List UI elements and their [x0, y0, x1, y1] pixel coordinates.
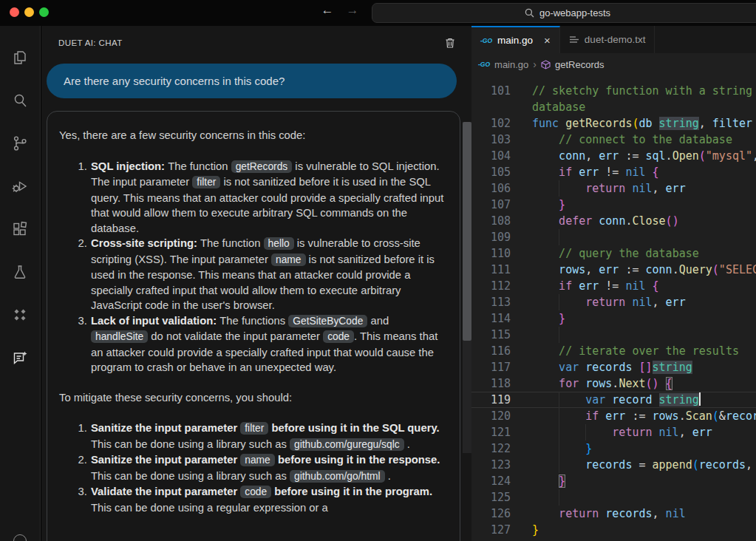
- code-token: // sketchy function with a string: [532, 84, 752, 98]
- code-line[interactable]: 109: [471, 229, 756, 245]
- line-number[interactable]: 109: [471, 229, 511, 245]
- code-token: nil: [625, 166, 645, 179]
- forward-button[interactable]: →: [343, 3, 362, 18]
- line-number[interactable]: [471, 99, 511, 115]
- code-area[interactable]: 101// sketchy function with a stringdata…: [471, 79, 756, 541]
- maximize-window-button[interactable]: [39, 7, 49, 17]
- code-line[interactable]: 116// iterate over the results: [471, 343, 756, 359]
- line-number[interactable]: 115: [471, 327, 511, 343]
- testing-beaker-icon[interactable]: [2, 251, 38, 293]
- indent-guide: [585, 424, 612, 440]
- minimize-window-button[interactable]: [24, 7, 34, 17]
- code-line[interactable]: 118for rows.Next() {: [471, 375, 756, 392]
- code-token: err: [605, 409, 625, 423]
- code-line[interactable]: 102func getRecords(db string, filter: [471, 115, 756, 132]
- code-line[interactable]: 127}: [471, 522, 756, 538]
- code-line[interactable]: database: [471, 99, 756, 115]
- indent-guide: [532, 262, 559, 278]
- run-debug-icon[interactable]: [2, 165, 38, 208]
- code-token: ,: [679, 426, 692, 439]
- breadcrumb-symbol[interactable]: getRecords: [555, 59, 604, 70]
- code-line[interactable]: 101// sketchy function with a string: [471, 83, 756, 99]
- trash-icon[interactable]: [443, 36, 457, 50]
- code-line[interactable]: 107}: [471, 197, 756, 213]
- code-token: Close: [632, 214, 665, 228]
- code-token: // query the database: [559, 247, 699, 260]
- code-token: string: [653, 361, 692, 374]
- code-line[interactable]: 105if err != nil {: [471, 164, 756, 180]
- code-token: records: [585, 458, 632, 472]
- code-line-text: // query the database: [532, 245, 699, 262]
- line-number[interactable]: 122: [471, 440, 511, 457]
- code-line[interactable]: 114}: [471, 310, 756, 327]
- code-token: }: [559, 198, 565, 211]
- line-number[interactable]: 119: [471, 392, 511, 408]
- code-line[interactable]: 117var records []string: [471, 359, 756, 375]
- code-line[interactable]: 106return nil, err: [471, 180, 756, 197]
- search-icon[interactable]: [2, 79, 38, 122]
- indent-guide: [559, 229, 585, 245]
- code-line[interactable]: 111rows, err := conn.Query("SELECT: [471, 262, 756, 278]
- extensions-icon[interactable]: [2, 208, 38, 251]
- line-number[interactable]: 112: [471, 278, 511, 294]
- line-number[interactable]: 113: [471, 294, 511, 310]
- code-line[interactable]: 112if err != nil {: [471, 278, 756, 294]
- code-token: "SELECT: [719, 263, 756, 276]
- line-number[interactable]: 123: [471, 457, 511, 473]
- back-button[interactable]: ←: [318, 3, 337, 18]
- code-line[interactable]: 121return nil, err: [471, 424, 756, 440]
- code-token: }: [532, 523, 539, 537]
- code-line-text: for rows.Next() {: [532, 375, 672, 392]
- code-line-text: }: [532, 473, 565, 489]
- files-icon[interactable]: [2, 36, 38, 79]
- code-line[interactable]: 122}: [471, 440, 756, 457]
- duet-chat-sparkle-icon[interactable]: [2, 336, 38, 379]
- close-tab-icon[interactable]: ×: [544, 35, 551, 46]
- line-number[interactable]: 102: [471, 115, 511, 132]
- line-number[interactable]: 118: [471, 375, 511, 392]
- close-window-button[interactable]: [10, 7, 19, 17]
- code-line[interactable]: 113return nil, err: [471, 294, 756, 310]
- line-number[interactable]: 121: [471, 424, 511, 440]
- code-line[interactable]: 124}: [471, 473, 756, 489]
- line-number[interactable]: 111: [471, 262, 511, 278]
- code-line[interactable]: 108defer conn.Close(): [471, 213, 756, 229]
- line-number[interactable]: 116: [471, 343, 511, 359]
- code-token: for: [559, 377, 585, 390]
- code-line[interactable]: 126return records, nil: [471, 506, 756, 522]
- command-center-search[interactable]: go-webapp-tests: [372, 3, 756, 23]
- tab-main-go[interactable]: -GO main.go ×: [471, 26, 560, 53]
- cloud-code-diamonds-icon[interactable]: [2, 293, 38, 336]
- chat-scrollbar-track[interactable]: [463, 122, 471, 453]
- code-line[interactable]: 103// connect to the database: [471, 132, 756, 148]
- line-number[interactable]: 117: [471, 359, 511, 375]
- code-line[interactable]: 104conn, err := sql.Open("mysql",: [471, 148, 756, 164]
- line-number[interactable]: 103: [471, 132, 511, 148]
- line-number[interactable]: 127: [471, 522, 511, 538]
- chat-scrollbar-thumb[interactable]: [463, 122, 471, 341]
- line-number[interactable]: 107: [471, 197, 511, 213]
- line-number[interactable]: 114: [471, 310, 511, 327]
- line-number[interactable]: 108: [471, 213, 511, 229]
- line-number[interactable]: 124: [471, 473, 511, 489]
- tab-duet-demo-txt[interactable]: duet-demo.txt: [560, 26, 655, 53]
- line-number[interactable]: 110: [471, 245, 511, 262]
- source-control-icon[interactable]: [2, 122, 38, 165]
- line-number[interactable]: 106: [471, 180, 511, 197]
- code-line[interactable]: 120if err := rows.Scan(&record: [471, 408, 756, 424]
- line-number[interactable]: 120: [471, 408, 511, 424]
- indent-guide: [559, 180, 585, 197]
- code-token: [659, 377, 666, 390]
- line-number[interactable]: 126: [471, 506, 511, 522]
- breadcrumb-file[interactable]: main.go: [494, 59, 528, 70]
- line-number[interactable]: 104: [471, 148, 511, 164]
- code-line[interactable]: 119var record string: [471, 392, 756, 408]
- indent-guide: [532, 132, 559, 148]
- code-line[interactable]: 115: [471, 327, 756, 343]
- line-number[interactable]: 125: [471, 489, 511, 506]
- code-line[interactable]: 110// query the database: [471, 245, 756, 262]
- line-number[interactable]: 105: [471, 164, 511, 180]
- code-line[interactable]: 123records = append(records,: [471, 457, 756, 473]
- line-number[interactable]: 101: [471, 83, 511, 99]
- code-line[interactable]: 125: [471, 489, 756, 506]
